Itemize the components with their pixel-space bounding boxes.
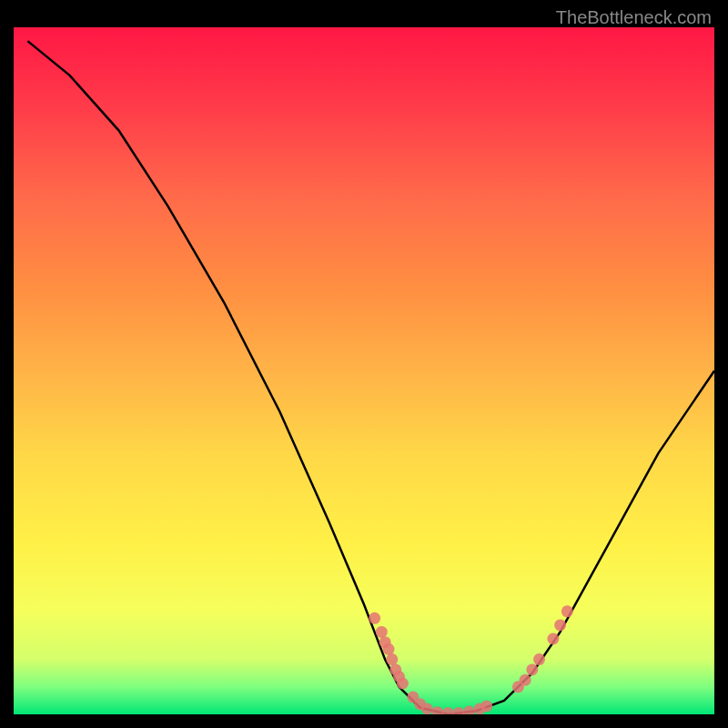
scatter-point [463,706,475,715]
watermark-label: TheBottleneck.com [556,7,712,28]
chart-container: TheBottleneck.com [0,0,728,728]
scatter-points-group [369,605,573,714]
scatter-point [547,633,559,645]
scatter-point [533,653,545,665]
scatter-point [526,663,538,675]
chart-svg-overlay [14,27,714,714]
scatter-point [452,707,464,714]
scatter-point [520,674,531,686]
scatter-point [561,605,573,617]
bottleneck-curve [27,41,714,714]
scatter-point [431,706,443,714]
scatter-point [554,619,566,631]
scatter-point [397,678,409,690]
scatter-point [442,707,454,714]
scatter-point [480,700,492,712]
scatter-point [376,626,388,638]
scatter-point [421,703,433,715]
scatter-point [369,612,380,624]
scatter-point [383,643,395,655]
scatter-point [386,653,398,665]
